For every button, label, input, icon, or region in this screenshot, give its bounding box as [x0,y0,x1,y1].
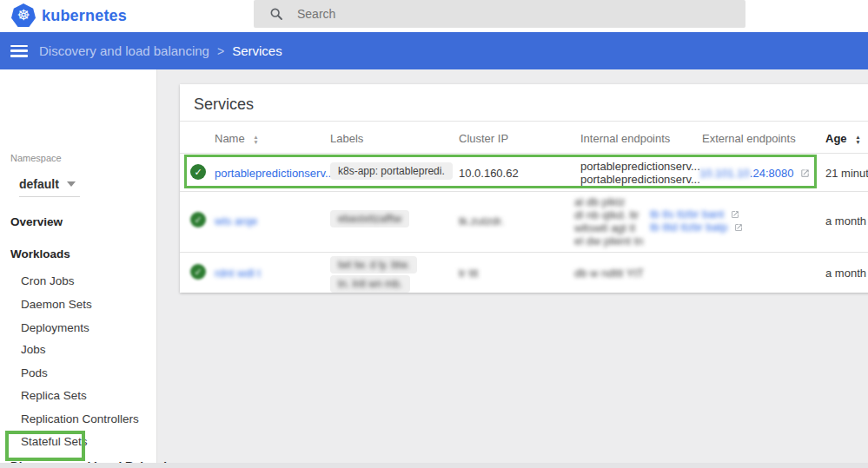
column-header-name[interactable]: Name ▲▼ [215,132,259,145]
sidebar-nav: Namespace default Overview Workloads Cro… [0,69,157,468]
internal-endpoints: portablepredictionserv... portablepredic… [580,160,700,186]
internal-endpoints: db w ndttt YtT [574,267,644,280]
service-name-link[interactable]: portablepredictionserv... [215,167,335,180]
column-header-internal-endpoints: Internal endpoints [580,132,670,145]
chevron-down-icon [67,181,76,187]
search-bar[interactable] [254,0,745,28]
status-ok-icon: ✓ [190,164,206,180]
breadcrumb-separator: > [217,44,224,58]
cluster-ip-value: tr ttt [459,267,478,280]
column-header-labels: Labels [330,132,363,145]
top-header: ☸ kubernetes [0,0,868,32]
age-value: a month [825,214,866,227]
age-value: a month [825,267,866,280]
open-in-new-icon [731,210,739,219]
breadcrumb-parent[interactable]: Discovery and load balancing [39,43,209,58]
menu-hamburger-icon[interactable] [10,45,28,57]
namespace-selector[interactable]: default [19,176,80,192]
sidebar-item-daemon-sets[interactable]: Daemon Sets [21,298,92,311]
breadcrumb-bar: Discovery and load balancing > Services [0,32,868,69]
sidebar-item-deployments[interactable]: Deployments [21,321,89,334]
sidebar-item-cron-jobs[interactable]: Cron Jobs [21,274,75,287]
namespace-underline [19,196,80,197]
services-card: Services Name ▲▼ Labels Cluster IP Inter… [180,84,868,293]
external-endpoint-link[interactable]: 10.101.10.24:8080 [699,167,810,180]
column-header-external-endpoints: External endpoints [702,132,796,145]
breadcrumb-current: Services [232,43,282,58]
sort-icon: ▲▼ [855,135,860,144]
service-name-link[interactable]: wts arqe [215,214,257,227]
window-bottom-edge [0,463,868,468]
cluster-ip-value: tk.zutzdr. [459,214,504,227]
card-title: Services [194,96,254,114]
label-chip: ebastxttzafftw [330,210,409,227]
divider [180,121,868,122]
kubernetes-dashboard: ☸ kubernetes Discovery and load balancin… [0,0,868,468]
label-chip: twt tw. d ly. btw. [330,256,417,274]
label-chip: tn. lnlt wn mb. [330,275,410,293]
service-name-link[interactable]: rdnt wdl t [215,267,261,280]
divider [180,153,868,154]
redacted-ip-prefix: 10.101.10 [699,167,750,180]
search-icon [269,7,283,21]
label-chip: k8s-app: portablepredi. [330,162,453,180]
sidebar-item-overview[interactable]: Overview [10,215,63,228]
brand-wordmark: kubernetes [42,7,127,25]
divider [180,252,868,253]
namespace-value: default [19,177,59,191]
search-input[interactable] [297,7,745,21]
sidebar-item-pods[interactable]: Pods [21,366,48,379]
status-ok-icon: ✓ [190,212,206,227]
sidebar-item-stateful-sets[interactable]: Stateful Sets [21,435,88,448]
internal-endpoints: al db plktz dl nb qtkd. ltr wltswtl agt … [574,195,644,247]
external-endpoint-link[interactable]: tb tls ttzbr bant tb tltd ttzbr batp [650,208,743,234]
open-in-new-icon [800,168,810,178]
open-in-new-icon [734,223,743,232]
kubernetes-logo-icon: ☸ [11,3,36,27]
sort-icon: ▲▼ [253,135,258,144]
sidebar-section-workloads[interactable]: Workloads [10,247,70,260]
sidebar-item-replica-sets[interactable]: Replica Sets [21,389,87,402]
sidebar-item-jobs[interactable]: Jobs [21,343,46,356]
divider [180,191,868,192]
sidebar-item-replication-controllers[interactable]: Replication Controllers [21,412,139,425]
column-header-cluster-ip: Cluster IP [459,132,508,145]
cluster-ip-value: 10.0.160.62 [459,167,519,180]
status-ok-icon: ✓ [190,264,206,280]
namespace-label: Namespace [10,153,62,163]
age-value: 21 minutes [825,167,868,180]
column-header-age[interactable]: Age ▲▼ [825,132,861,145]
